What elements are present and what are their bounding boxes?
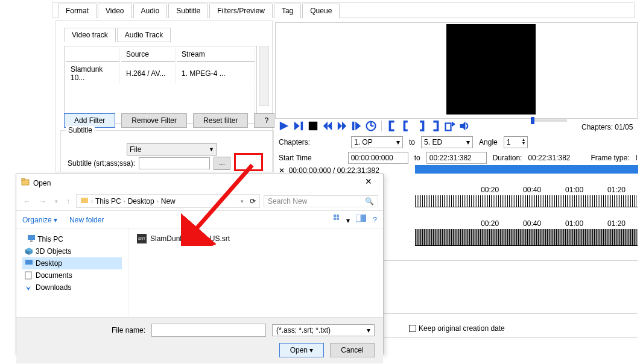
col-source[interactable]: Source bbox=[121, 48, 176, 61]
angle-spinner[interactable]: 1▴▾ bbox=[504, 136, 528, 148]
subtab-video-track[interactable]: Video track bbox=[64, 28, 116, 42]
dialog-title: Open bbox=[33, 179, 51, 187]
crumb-desktop[interactable]: Desktop bbox=[128, 197, 154, 206]
srt-file-icon: SRT bbox=[137, 234, 147, 243]
svg-rect-17 bbox=[22, 178, 25, 180]
to-label-2: to bbox=[414, 154, 420, 162]
subtitle-file-input[interactable] bbox=[139, 157, 210, 169]
tab-video[interactable]: Video bbox=[98, 4, 131, 18]
svg-marker-6 bbox=[338, 122, 342, 130]
col-name[interactable] bbox=[66, 48, 120, 61]
tab-tag[interactable]: Tag bbox=[274, 4, 301, 18]
file-item-srt[interactable]: SRT SlamDunk101.en_US.srt bbox=[137, 234, 375, 243]
svg-rect-22 bbox=[337, 218, 339, 220]
breadcrumb[interactable]: › This PC› Desktop› New ▾ ⟳ bbox=[76, 194, 260, 208]
new-folder-button[interactable]: New folder bbox=[69, 216, 104, 224]
tab-queue[interactable]: Queue bbox=[302, 4, 340, 18]
nav-back-icon[interactable]: ← bbox=[21, 196, 33, 207]
playback-controls bbox=[279, 121, 470, 131]
svg-marker-7 bbox=[342, 122, 346, 130]
table-row[interactable]: Slamdunk 10... H.264 / AV... 1. MPEG-4 .… bbox=[66, 63, 255, 84]
folder-tree[interactable]: This PC 3D Objects Desktop Documents Dow… bbox=[16, 229, 128, 317]
tree-3d-objects[interactable]: 3D Objects bbox=[22, 245, 122, 257]
document-icon bbox=[25, 271, 33, 280]
help-button[interactable]: ? bbox=[254, 113, 274, 128]
tab-format[interactable]: Format bbox=[58, 4, 97, 18]
file-list[interactable]: SRT SlamDunk101.en_US.srt bbox=[128, 229, 383, 317]
svg-rect-18 bbox=[81, 198, 88, 203]
volume-slider[interactable] bbox=[531, 119, 567, 122]
bracket-right-icon[interactable] bbox=[416, 121, 426, 131]
timeline-ruler-bottom[interactable]: 00:2000:4001:0001:20 bbox=[415, 219, 638, 241]
open-file-dialog: Open ✕ ← → ▾ ↑ › This PC› Desktop› New ▾… bbox=[16, 174, 384, 354]
svg-rect-19 bbox=[334, 215, 336, 217]
start-time-input[interactable]: 00:00:00:000 bbox=[348, 152, 408, 164]
volume-icon[interactable] bbox=[459, 121, 470, 131]
bracket-left-icon[interactable] bbox=[401, 121, 412, 131]
tab-audio[interactable]: Audio bbox=[133, 4, 168, 18]
rewind-icon[interactable] bbox=[322, 121, 333, 131]
search-placeholder: Search New bbox=[268, 197, 307, 206]
clock-icon[interactable] bbox=[366, 121, 376, 131]
nav-forward-icon[interactable]: → bbox=[37, 196, 49, 207]
fastforward-icon[interactable] bbox=[337, 121, 347, 131]
view-list-icon[interactable]: ▾ bbox=[334, 215, 350, 225]
next-icon[interactable] bbox=[293, 121, 304, 131]
tree-desktop[interactable]: Desktop bbox=[22, 257, 122, 269]
refresh-icon[interactable]: ⟳ bbox=[250, 197, 256, 206]
chevron-down-icon[interactable]: ▾ bbox=[241, 198, 244, 204]
tree-documents[interactable]: Documents bbox=[22, 269, 122, 281]
filename-input[interactable] bbox=[151, 324, 266, 337]
file-filter-combo[interactable]: (*.ass; *.srt; *.txt)▾ bbox=[272, 324, 375, 336]
chapter-to-combo[interactable]: 5. ED▾ bbox=[421, 136, 473, 148]
play-icon[interactable] bbox=[279, 121, 290, 131]
tree-downloads[interactable]: Downloads bbox=[22, 281, 122, 293]
checkbox-icon[interactable] bbox=[409, 325, 416, 332]
col-stream[interactable]: Stream bbox=[177, 48, 255, 61]
close-button[interactable]: ✕ bbox=[358, 177, 379, 190]
subtitle-type-combo[interactable]: File ▼ bbox=[127, 143, 217, 155]
nav-up-icon[interactable]: ↑ bbox=[64, 196, 72, 207]
stop-icon[interactable] bbox=[308, 121, 318, 131]
remove-filter-button[interactable]: Remove Filter bbox=[121, 113, 187, 128]
mark-out-icon[interactable] bbox=[430, 121, 441, 131]
help-icon[interactable]: ? bbox=[373, 216, 377, 224]
cube-icon bbox=[25, 247, 33, 256]
svg-marker-14 bbox=[452, 122, 455, 127]
keep-original-checkbox[interactable]: Keep original creation date bbox=[409, 324, 505, 333]
search-input[interactable]: Search New 🔍 bbox=[264, 195, 378, 207]
crumb-pc[interactable]: This PC bbox=[95, 197, 121, 206]
timeline-ruler-top[interactable]: 00:2000:4001:0001:20 bbox=[415, 186, 638, 207]
video-preview bbox=[446, 24, 536, 115]
chapter-from-combo[interactable]: 1. OP▾ bbox=[351, 136, 403, 148]
nav-history-icon[interactable]: ▾ bbox=[52, 197, 60, 206]
browse-button[interactable]: ... bbox=[214, 157, 230, 170]
tab-subtitle[interactable]: Subtitle bbox=[168, 4, 208, 18]
folder-icon bbox=[80, 196, 89, 206]
cell-name: Slamdunk 10... bbox=[66, 63, 120, 84]
separator bbox=[381, 121, 382, 131]
step-icon[interactable] bbox=[351, 121, 362, 131]
organize-menu[interactable]: Organize ▾ bbox=[22, 216, 57, 224]
sub-tabs: Video track Audio Track bbox=[64, 28, 172, 42]
preview-pane-icon[interactable] bbox=[356, 215, 367, 225]
mark-in-icon[interactable] bbox=[387, 121, 398, 131]
subtab-audio-track[interactable]: Audio Track bbox=[117, 28, 171, 42]
tab-filters-preview[interactable]: Filters/Preview bbox=[209, 4, 273, 18]
svg-marker-4 bbox=[323, 122, 328, 130]
cancel-button[interactable]: Cancel bbox=[330, 343, 375, 357]
frametype-value: I bbox=[636, 154, 638, 162]
frametype-label: Frame type: bbox=[591, 154, 629, 162]
end-time-input[interactable]: 00:22:31:382 bbox=[426, 152, 487, 164]
reset-filter-button[interactable]: Reset filter bbox=[193, 113, 248, 128]
crumb-new[interactable]: New bbox=[161, 197, 176, 206]
cell-source: H.264 / AV... bbox=[121, 63, 176, 84]
progress-bar[interactable] bbox=[415, 165, 638, 174]
track-scrollbar[interactable] bbox=[259, 46, 269, 106]
to-label: to bbox=[409, 138, 415, 146]
open-button[interactable]: Open ▾ bbox=[279, 343, 324, 357]
svg-rect-26 bbox=[30, 240, 33, 242]
duration-label: Duration: bbox=[493, 154, 522, 162]
tree-this-pc[interactable]: This PC bbox=[22, 233, 122, 245]
export-icon[interactable] bbox=[445, 121, 455, 131]
